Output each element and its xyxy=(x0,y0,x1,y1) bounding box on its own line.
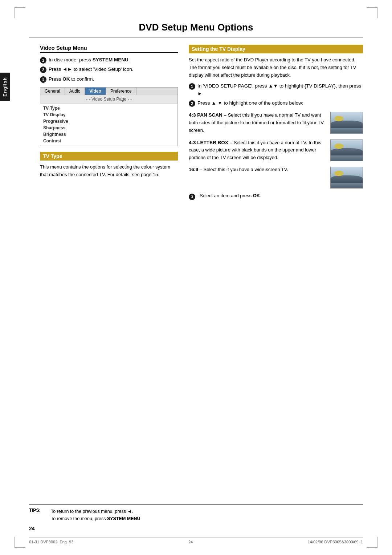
tab-audio: Audio xyxy=(65,88,85,95)
menu-item-sharpness: Sharpness xyxy=(43,125,175,131)
ok-bold-3: OK xyxy=(253,193,260,198)
letter-box-image xyxy=(330,139,363,161)
tv-type-header: TV Type xyxy=(40,152,178,161)
right-step-number-3: 3 xyxy=(189,194,195,200)
option-169-section: 16:9 – Select this if you have a wide-sc… xyxy=(189,166,363,189)
menu-items-list: TV Type TV Display Progressive Sharpness… xyxy=(40,104,177,146)
language-tab: English xyxy=(0,73,10,101)
left-column: Video Setup Menu 1 In disc mode, press S… xyxy=(40,45,178,200)
step-number-2: 2 xyxy=(40,66,46,73)
step-3-text: Press OK to confirm. xyxy=(49,76,94,83)
step-number-3: 3 xyxy=(40,76,46,83)
footer-center: 24 xyxy=(188,540,193,544)
pan-scan-image xyxy=(330,112,363,134)
option-pan-scan-section: 4:3 PAN SCAN – Select this if you have a… xyxy=(189,111,363,134)
menu-screenshot: General Audio Video Preference - - Video… xyxy=(40,87,178,146)
option-pan-scan: 4:3 PAN SCAN – Select this if you have a… xyxy=(189,111,363,134)
right-step-2-text: Press ▲ ▼ to highlight one of the option… xyxy=(197,100,303,107)
step-1-text: In disc mode, press SYSTEM MENU. xyxy=(49,56,130,64)
tip-line-2: To remove the menu, press SYSTEM MENU. xyxy=(51,515,142,522)
menu-item-tv-type: TV Type xyxy=(43,105,175,112)
step-2-text: Press ◄► to select 'Video Setup' icon. xyxy=(49,66,134,73)
footer: 01-31 DVP3002_Eng_93 24 14/02/06 DVP3005… xyxy=(29,537,363,544)
option-169-title: 16:9 xyxy=(189,167,198,172)
video-setup-menu-header: Video Setup Menu xyxy=(40,45,178,53)
page-number: 24 xyxy=(29,526,35,531)
page-container: English DVD Setup Menu Options Video Set… xyxy=(0,0,392,555)
step-number-1: 1 xyxy=(40,57,46,64)
option-letter-box-section: 4:3 LETTER BOX – Select this if you have… xyxy=(189,139,363,162)
menu-item-contrast: Contrast xyxy=(43,138,175,144)
video-setup-menu-section: Video Setup Menu 1 In disc mode, press S… xyxy=(40,45,178,83)
tips-label: TIPS: xyxy=(29,508,44,513)
option-letter-box-title: 4:3 LETTER BOX – xyxy=(189,140,232,145)
option-169-text: 16:9 – Select this if you have a wide-sc… xyxy=(189,166,326,174)
right-step-number-1: 1 xyxy=(189,83,195,90)
corner-mark-tl xyxy=(15,7,25,18)
option-pan-scan-title: 4:3 PAN SCAN – xyxy=(189,112,226,118)
option-letter-box-text: 4:3 LETTER BOX – Select this if you have… xyxy=(189,139,326,162)
option-pan-scan-text: 4:3 PAN SCAN – Select this if you have a… xyxy=(189,111,326,134)
tips-system-menu-bold: SYSTEM MENU xyxy=(107,516,140,521)
right-step-1: 1 In 'VIDEO SETUP PAGE', press ▲▼ to hig… xyxy=(189,82,363,97)
option-169-description: – Select this if you have a wide-screen … xyxy=(200,167,288,172)
right-step-number-2: 2 xyxy=(189,100,195,107)
tab-video: Video xyxy=(85,88,106,95)
menu-page-label: - - Video Setup Page - - xyxy=(40,95,177,104)
option-169: 16:9 – Select this if you have a wide-sc… xyxy=(189,166,363,189)
right-step-3: 3 Select an item and press OK. xyxy=(189,193,363,200)
tip-line-1: To return to the previous menu, press ◄. xyxy=(51,508,142,515)
footer-left: 01-31 DVP3002_Eng_93 xyxy=(29,540,73,544)
right-step-1-text: In 'VIDEO SETUP PAGE', press ▲▼ to highl… xyxy=(197,82,363,97)
setting-description: Set the aspect ratio of the DVD Player a… xyxy=(189,56,363,79)
tab-general: General xyxy=(40,88,65,95)
widescreen-image xyxy=(330,167,363,189)
step-2: 2 Press ◄► to select 'Video Setup' icon. xyxy=(40,66,178,73)
tab-preference: Preference xyxy=(106,88,136,95)
ok-bold-1: OK xyxy=(62,76,70,82)
menu-tabs: General Audio Video Preference xyxy=(40,88,177,95)
right-step-2: 2 Press ▲ ▼ to highlight one of the opti… xyxy=(189,100,363,107)
right-step-3-text: Select an item and press OK. xyxy=(200,193,261,198)
tips-section: TIPS: To return to the previous menu, pr… xyxy=(29,505,363,522)
two-column-layout: Video Setup Menu 1 In disc mode, press S… xyxy=(40,45,363,200)
footer-right: 14/02/06 DVP3005&3000/69_1 xyxy=(308,540,363,544)
corner-mark-br xyxy=(367,537,377,548)
menu-item-progressive: Progressive xyxy=(43,118,175,125)
setting-tv-display-header: Setting the TV Display xyxy=(189,45,363,53)
tips-content: To return to the previous menu, press ◄.… xyxy=(51,508,142,522)
menu-item-tv-display: TV Display xyxy=(43,112,175,118)
step-1: 1 In disc mode, press SYSTEM MENU. xyxy=(40,56,178,64)
corner-mark-tr xyxy=(367,7,377,18)
page-title: DVD Setup Menu Options xyxy=(29,22,363,37)
menu-item-brightness: Brightness xyxy=(43,131,175,138)
corner-mark-bl xyxy=(15,537,25,548)
step-3: 3 Press OK to confirm. xyxy=(40,76,178,83)
system-menu-bold-1: SYSTEM MENU xyxy=(93,57,128,62)
right-column: Setting the TV Display Set the aspect ra… xyxy=(189,45,363,200)
tv-type-section: TV Type This menu contains the options f… xyxy=(40,152,178,179)
option-letter-box: 4:3 LETTER BOX – Select this if you have… xyxy=(189,139,363,162)
tv-type-description: This menu contains the options for selec… xyxy=(40,163,178,179)
